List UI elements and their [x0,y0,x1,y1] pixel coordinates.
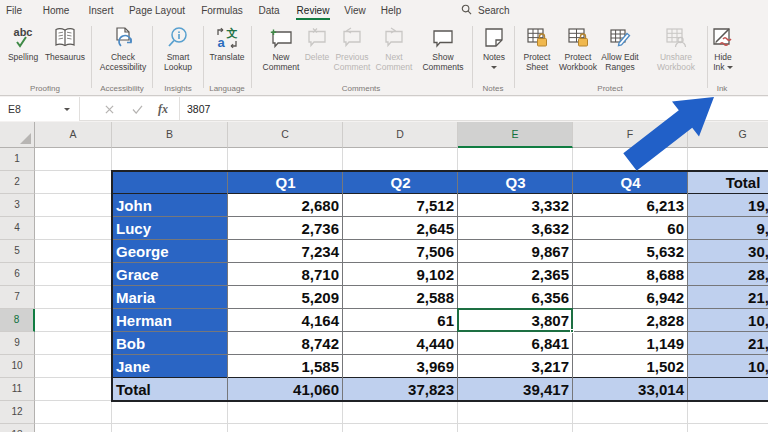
cell-C3[interactable]: 2,680 [228,194,343,217]
cell-D9[interactable]: 4,440 [343,332,458,355]
row-header-13[interactable]: 13 [0,424,35,432]
cell-B2[interactable] [112,171,228,194]
column-header-B[interactable]: B [112,122,228,148]
thesaurus-button[interactable]: Thesaurus [40,25,90,62]
cell-F3[interactable]: 6,213 [573,194,688,217]
enter-icon[interactable] [126,97,148,121]
insert-function-icon[interactable]: fx [152,97,174,121]
cell-B10[interactable]: Jane [112,355,228,378]
row-header-11[interactable]: 11 [0,378,35,401]
tab-review[interactable]: Review [293,0,333,22]
cell-E5[interactable]: 9,867 [458,240,573,263]
cell-C7[interactable]: 5,209 [228,286,343,309]
cell-B3[interactable]: John [112,194,228,217]
tab-view[interactable]: View [340,0,370,22]
cell-F7[interactable]: 6,942 [573,286,688,309]
row-header-3[interactable]: 3 [0,194,35,217]
cell-D7[interactable]: 2,588 [343,286,458,309]
notes-button[interactable]: Notes [474,25,514,72]
cell-G3[interactable]: 19,737 [688,194,768,217]
cell-D11[interactable]: 37,823 [343,378,458,401]
search-box[interactable]: Search [461,0,510,22]
cell-C11[interactable]: 41,060 [228,378,343,401]
tab-insert[interactable]: Insert [83,0,119,22]
cell-B11[interactable]: Total [112,378,228,401]
cell-D4[interactable]: 2,645 [343,217,458,240]
cell-F8[interactable]: 2,828 [573,309,688,332]
column-header-G[interactable]: G [688,122,768,148]
cell-E11[interactable]: 39,417 [458,378,573,401]
new-comment-button[interactable]: New Comment [258,25,304,72]
protect-sheet-button[interactable]: Protect Sheet [517,25,557,72]
row-header-10[interactable]: 10 [0,355,35,378]
tab-help[interactable]: Help [376,0,406,22]
tab-file[interactable]: File [1,0,27,22]
cell-B5[interactable]: George [112,240,228,263]
row-header-6[interactable]: 6 [0,263,35,286]
cell-D5[interactable]: 7,506 [343,240,458,263]
previous-comment-button[interactable]: Previous Comment [330,25,374,72]
cell-C9[interactable]: 8,742 [228,332,343,355]
cell-C6[interactable]: 8,710 [228,263,343,286]
row-header-8[interactable]: 8 [0,309,35,332]
cell-F6[interactable]: 8,688 [573,263,688,286]
cell-F4[interactable]: 60 [573,217,688,240]
cell-F2[interactable]: Q4 [573,171,688,194]
cell-G2[interactable]: Total [688,171,768,194]
column-header-D[interactable]: D [343,122,458,148]
row-header-12[interactable]: 12 [0,401,35,424]
cell-E2[interactable]: Q3 [458,171,573,194]
fill-handle[interactable] [570,329,574,333]
cell-G5[interactable]: 30,239 [688,240,768,263]
cell-D8[interactable]: 61 [343,309,458,332]
cell-G9[interactable]: 21,172 [688,332,768,355]
cell-F10[interactable]: 1,502 [573,355,688,378]
allow-edit-ranges-button[interactable]: Allow Edit Ranges [594,25,646,72]
select-all-corner[interactable] [0,122,35,148]
cell-G4[interactable]: 9,073 [688,217,768,240]
cell-G7[interactable]: 21,095 [688,286,768,309]
cell-C10[interactable]: 1,585 [228,355,343,378]
cell-B8[interactable]: Herman [112,309,228,332]
cell-G6[interactable]: 28,865 [688,263,768,286]
cell-E10[interactable]: 3,217 [458,355,573,378]
cell-E7[interactable]: 6,356 [458,286,573,309]
unshare-workbook-button[interactable]: Unshare Workbook [651,25,701,72]
row-header-1[interactable]: 1 [0,148,35,171]
column-header-F[interactable]: F [573,122,688,148]
cell-B4[interactable]: Lucy [112,217,228,240]
cell-E9[interactable]: 6,841 [458,332,573,355]
tab-home[interactable]: Home [38,0,74,22]
cell-B6[interactable]: Grace [112,263,228,286]
next-comment-button[interactable]: Next Comment [372,25,416,72]
row-header-5[interactable]: 5 [0,240,35,263]
cell-E4[interactable]: 3,632 [458,217,573,240]
cell-C2[interactable]: Q1 [228,171,343,194]
cell-C5[interactable]: 7,234 [228,240,343,263]
row-header-7[interactable]: 7 [0,286,35,309]
column-header-C[interactable]: C [228,122,343,148]
translate-button[interactable]: 文 a Translate [202,25,252,62]
column-header-E[interactable]: E [458,122,573,148]
tab-data[interactable]: Data [254,0,284,22]
cell-D3[interactable]: 7,512 [343,194,458,217]
cell-E6[interactable]: 2,365 [458,263,573,286]
cell-F11[interactable]: 33,014 [573,378,688,401]
cell-D10[interactable]: 3,969 [343,355,458,378]
tab-page-layout[interactable]: Page Layout [126,0,188,22]
check-accessibility-button[interactable]: Check Accessibility [93,25,153,72]
hide-ink-button[interactable]: Hide Ink [706,25,740,72]
smart-lookup-button[interactable]: Smart Lookup [156,25,200,72]
cell-D6[interactable]: 9,102 [343,263,458,286]
cell-G8[interactable]: 10,860 [688,309,768,332]
cell-B7[interactable]: Maria [112,286,228,309]
formula-bar-input[interactable]: 3807 [187,97,210,121]
row-header-4[interactable]: 4 [0,217,35,240]
cell-F9[interactable]: 1,149 [573,332,688,355]
name-box[interactable]: E8 [0,97,80,121]
cell-F5[interactable]: 5,632 [573,240,688,263]
cell-E3[interactable]: 3,332 [458,194,573,217]
cell-D2[interactable]: Q2 [343,171,458,194]
cell-B9[interactable]: Bob [112,332,228,355]
cell-C8[interactable]: 4,164 [228,309,343,332]
